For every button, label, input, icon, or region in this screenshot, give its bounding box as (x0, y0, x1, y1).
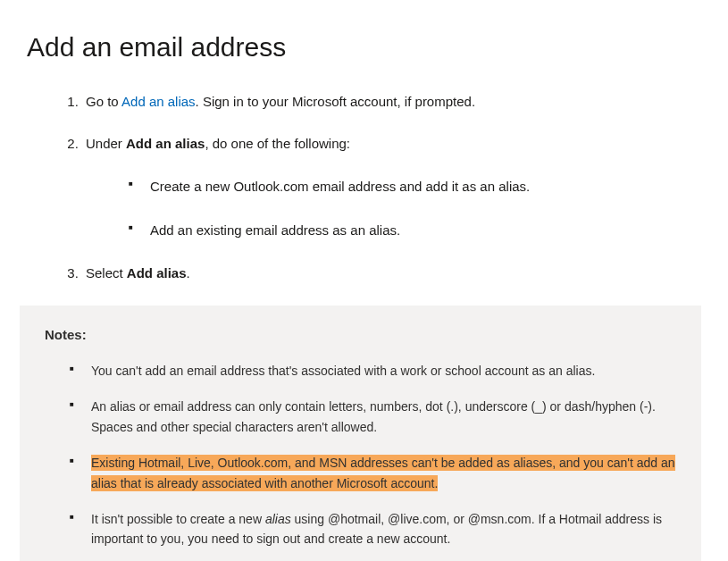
step-1-suffix: . Sign in to your Microsoft account, if … (196, 94, 475, 109)
notes-title: Notes: (45, 325, 676, 346)
step-1-prefix: Go to (86, 94, 121, 109)
step-3: Select Add alias. (82, 264, 701, 284)
step-3-suffix: . (187, 265, 190, 280)
notes-list: You can't add an email address that's as… (45, 361, 676, 549)
note-4: It isn't possible to create a new alias … (70, 509, 676, 549)
notes-box: Notes: You can't add an email address th… (20, 306, 701, 562)
steps-list: Go to Add an alias. Sign in to your Micr… (27, 92, 701, 284)
step-2-bold: Add an alias (126, 136, 205, 151)
step-3-bold: Add alias (127, 265, 187, 280)
note-3-highlight: Existing Hotmail, Live, Outlook.com, and… (91, 455, 675, 490)
note-2: An alias or email address can only conta… (70, 397, 676, 437)
note-1: You can't add an email address that's as… (70, 361, 676, 381)
add-an-alias-link[interactable]: Add an alias (121, 94, 196, 109)
step-1: Go to Add an alias. Sign in to your Micr… (82, 92, 701, 113)
note-4-a: It isn't possible to create a new (91, 512, 265, 526)
page-title: Add an email address (27, 27, 701, 67)
note-3: Existing Hotmail, Live, Outlook.com, and… (70, 453, 676, 493)
step-2: Under Add an alias, do one of the follow… (82, 134, 701, 241)
step-2-sub-1: Create a new Outlook.com email address a… (129, 177, 701, 197)
step-2-prefix: Under (86, 136, 126, 151)
step-2-suffix: , do one of the following: (205, 136, 350, 151)
step-3-prefix: Select (86, 265, 127, 280)
note-4-italic: alias (265, 512, 291, 526)
step-2-sublist: Create a new Outlook.com email address a… (86, 177, 701, 240)
step-2-sub-2: Add an existing email address as an alia… (129, 221, 701, 241)
